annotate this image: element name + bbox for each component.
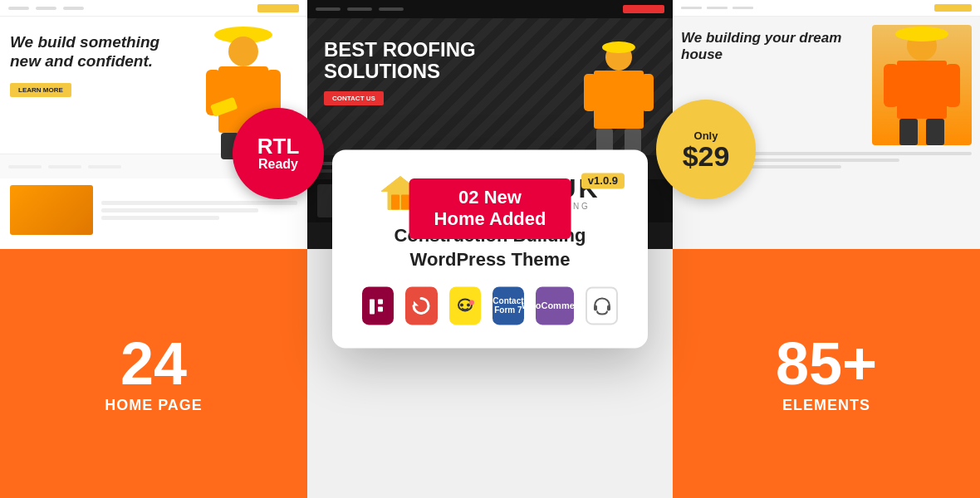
stat-panel-right: 85+ ELEMENTS bbox=[673, 249, 980, 498]
support-icon bbox=[586, 287, 618, 325]
svg-rect-37 bbox=[378, 307, 383, 312]
svg-point-43 bbox=[469, 300, 474, 305]
svg-rect-16 bbox=[895, 27, 948, 42]
svg-marker-38 bbox=[414, 301, 419, 306]
svg-point-41 bbox=[460, 304, 463, 307]
stat-left-number: 24 bbox=[120, 334, 187, 393]
svg-rect-35 bbox=[370, 300, 375, 315]
svg-rect-21 bbox=[926, 119, 944, 145]
price-badge: Only $29 bbox=[656, 100, 756, 199]
revolution-slider-icon bbox=[405, 287, 437, 325]
svg-rect-18 bbox=[884, 64, 899, 107]
stat-right-number: 85+ bbox=[776, 334, 877, 393]
rtl-text: RTL bbox=[257, 135, 300, 157]
elementor-icon bbox=[362, 287, 394, 325]
cf7-icon: ContactForm 7 bbox=[492, 287, 524, 325]
svg-rect-36 bbox=[378, 300, 383, 305]
tl-cta-btn: LEARN MORE bbox=[10, 83, 71, 97]
stat-right-label: ELEMENTS bbox=[782, 397, 870, 414]
tr-hero-text: We building your dream house bbox=[681, 30, 867, 64]
new-home-line2: Home Added bbox=[434, 208, 546, 230]
tr-worker-image bbox=[872, 25, 972, 145]
tc-hero-text: BEST ROOFING SOLUTIONS bbox=[324, 39, 656, 83]
version-badge: v1.0.9 bbox=[581, 173, 625, 188]
tl-hero-text: We build something new and confident. bbox=[10, 33, 183, 71]
svg-rect-19 bbox=[945, 64, 960, 107]
price-amount-text: $29 bbox=[683, 142, 730, 170]
woocommerce-icon: WooCommerce bbox=[536, 287, 574, 325]
rtl-subtext: Ready bbox=[258, 157, 298, 172]
rtl-badge: RTL Ready bbox=[233, 108, 324, 199]
svg-rect-20 bbox=[899, 119, 918, 145]
mailchimp-icon bbox=[449, 287, 481, 325]
svg-rect-44 bbox=[594, 305, 597, 311]
svg-point-42 bbox=[467, 304, 470, 307]
svg-rect-17 bbox=[897, 61, 947, 119]
new-home-line1: 02 New bbox=[434, 187, 546, 208]
svg-rect-45 bbox=[607, 305, 610, 311]
plugin-icons-row: ContactForm 7 WooCommerce bbox=[362, 287, 618, 325]
stat-left-label: HOME PAGE bbox=[105, 397, 203, 414]
svg-point-1 bbox=[228, 37, 258, 66]
stat-panel-left: 24 HOME PAGE bbox=[0, 249, 307, 498]
tc-cta: CONTACT US bbox=[324, 91, 384, 105]
svg-rect-33 bbox=[391, 201, 399, 209]
new-home-badge: 02 New Home Added bbox=[409, 178, 571, 239]
